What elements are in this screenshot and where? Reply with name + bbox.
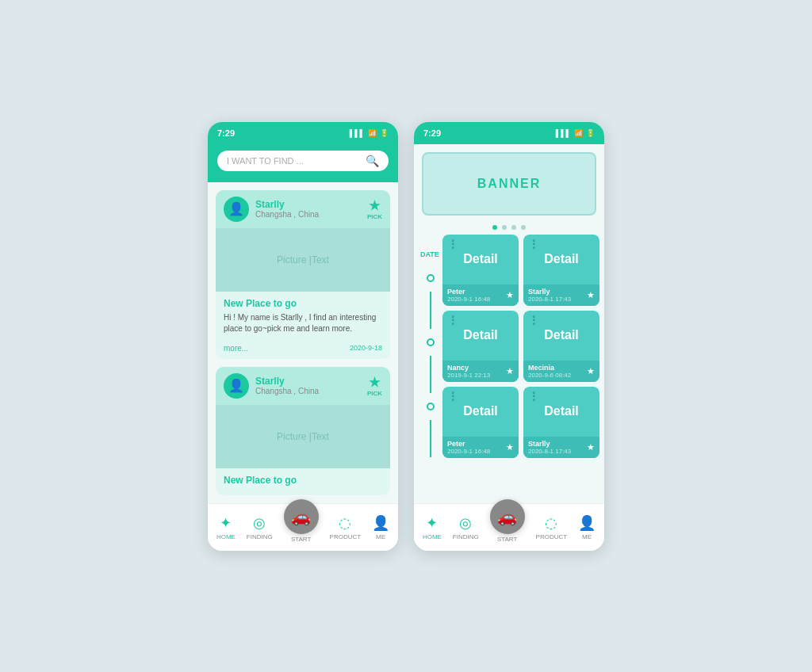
detail-star-3-1: ★ [506,442,514,452]
nav-finding-label-2: FINDING [453,533,479,540]
detail-card-top-3-2: ⋮ Detail [523,387,599,437]
detail-card-1-2[interactable]: ⋮ Detail Starlly 2020-8-1 17:43 ★ [523,235,599,306]
finding-icon-1: ◎ [253,514,266,532]
date-label: DATE [419,250,439,258]
home-icon-1: ✦ [220,514,232,532]
nav-me-1[interactable]: 👤 ME [372,514,389,540]
timeline-line-3 [430,420,431,457]
detail-footer-1-1: Peter 2020-9-1 16:48 ★ [442,284,519,306]
detail-star-1-2: ★ [587,290,595,300]
nav-start-label-2: START [497,536,517,543]
detail-footer-3-1: Peter 2020-9-1 16:48 ★ [442,437,519,458]
signal-icon: ▌▌▌ [350,129,365,137]
detail-user-1-1: Peter [447,288,490,296]
detail-star-1-1: ★ [506,290,514,300]
post-image-1: Picture |Text [216,228,390,292]
start-btn-2[interactable]: 🚗 [490,499,525,534]
nav-me-2[interactable]: 👤 ME [578,514,596,540]
detail-card-1-1[interactable]: ⋮ Detail Peter 2020-9-1 16:48 ★ [442,235,519,306]
nav-product-2[interactable]: ◌ PRODUCT [536,514,568,540]
banner-text: BANNER [477,177,541,191]
detail-footer-1-2: Starlly 2020-8-1 17:43 ★ [523,284,599,306]
nav-start-label-1: START [291,536,311,543]
search-header: I WANT TO FIND ... 🔍 [208,144,398,182]
post-card-1: 👤 Starlly Changsha , China ★ PICK Pictur… [216,190,390,359]
nav-finding-1[interactable]: ◎ FINDING [247,514,273,540]
search-bar: I WANT TO FIND ... 🔍 [217,151,389,171]
timeline-col: DATE [419,235,442,458]
search-icon[interactable]: 🔍 [366,155,379,167]
status-time-1: 7:29 [217,128,235,138]
detail-date-3-1: 2020-9-1 16:48 [447,448,490,455]
nav-home-2[interactable]: ✦ HOME [423,514,442,540]
detail-star-2-1: ★ [506,366,514,376]
wifi-icon-2: 📶 [574,129,583,137]
timeline-dot-2 [427,338,435,346]
detail-user-3-2: Starlly [528,440,571,448]
status-icons-1: ▌▌▌ 📶 🔋 [350,129,389,137]
status-time-2: 7:29 [423,128,441,138]
pick-label-2: PICK [367,390,382,397]
more-link-1[interactable]: more... [224,344,248,353]
timeline-dot-3 [427,403,435,410]
user-name-1: Starlly [255,199,319,210]
pick-button-2[interactable]: ★ PICK [367,375,382,397]
screens-container: 7:29 ▌▌▌ 📶 🔋 I WANT TO FIND ... 🔍 � [192,106,620,567]
post-header-2: 👤 Starlly Changsha , China ★ PICK [216,367,390,405]
nav-start-2[interactable]: 🚗 START [490,511,525,543]
avatar-2: 👤 [224,373,249,399]
nav-home-1[interactable]: ✦ HOME [216,514,236,540]
nav-me-label-1: ME [376,533,385,540]
banner-section: BANNER [414,144,604,220]
detail-grid-col: ⋮ Detail Peter 2020-9-1 16:48 ★ [442,235,599,458]
home-icon-2: ✦ [426,514,438,532]
post-date-1: 2020-9-18 [350,344,382,352]
nav-start-1[interactable]: 🚗 START [284,511,319,543]
post-user-info-1: 👤 Starlly Changsha , China [224,197,319,222]
phone1-content: 👤 Starlly Changsha , China ★ PICK Pictur… [208,182,398,503]
detail-title-3-2: Detail [544,404,579,418]
post-image-label-1: Picture |Text [277,254,329,265]
nav-product-1[interactable]: ◌ PRODUCT [330,514,362,540]
detail-card-3-1[interactable]: ⋮ Detail Peter 2020-9-1 16:48 ★ [442,387,519,458]
dot-4 [521,225,526,230]
start-btn-1[interactable]: 🚗 [284,499,319,534]
pick-button-1[interactable]: ★ PICK [367,198,382,220]
banner-box: BANNER [422,152,596,216]
battery-icon-2: 🔋 [586,129,595,137]
battery-icon: 🔋 [380,129,389,137]
user-name-2: Starlly [255,376,319,387]
dot-3 [511,225,516,230]
me-icon-2: 👤 [578,514,596,532]
detail-card-top-3-1: ⋮ Detail [442,387,519,437]
post-text-1: Hi ! My name is Starlly , I find an inte… [224,312,382,334]
star-icon-2: ★ [369,375,380,390]
post-header-1: 👤 Starlly Changsha , China ★ PICK [216,190,390,228]
detail-title-2-1: Detail [463,328,498,342]
nav-product-label-2: PRODUCT [536,533,568,540]
detail-footer-2-2: Mecinia 2020-9-6 08:42 ★ [523,361,599,382]
menu-dots-3-1: ⋮ [447,390,458,403]
detail-card-2-2[interactable]: ⋮ Detail Mecinia 2020-9-6 08:42 ★ [523,311,599,382]
nav-finding-2[interactable]: ◎ FINDING [453,514,479,540]
detail-card-2-1[interactable]: ⋮ Detail Nancy 2019-9-1 22:13 ★ [442,311,519,382]
wifi-icon: 📶 [368,129,377,137]
detail-title-1-2: Detail [544,252,579,266]
menu-dots-1-2: ⋮ [528,238,539,250]
user-location-1: Changsha , China [255,210,319,219]
detail-card-top-1-2: ⋮ Detail [523,235,599,284]
detail-date-1-2: 2020-8-1 17:43 [528,296,571,303]
user-location-2: Changsha , China [255,387,319,395]
timeline-dot-1 [427,274,435,282]
detail-star-2-2: ★ [587,366,595,376]
avatar-icon-2: 👤 [228,378,244,393]
detail-title-2-2: Detail [544,328,579,342]
post-title-1: New Place to go [224,298,382,309]
detail-row-3: ⋮ Detail Peter 2020-9-1 16:48 ★ [442,387,599,458]
dot-indicators [414,220,604,235]
detail-title-1-1: Detail [463,252,498,266]
detail-footer-2-1: Nancy 2019-9-1 22:13 ★ [442,361,519,382]
detail-row-2: ⋮ Detail Nancy 2019-9-1 22:13 ★ [442,311,599,382]
phone2: 7:29 ▌▌▌ 📶 🔋 BANNER [414,122,604,551]
detail-card-3-2[interactable]: ⋮ Detail Starlly 2020-8-1 17:43 ★ [523,387,599,458]
